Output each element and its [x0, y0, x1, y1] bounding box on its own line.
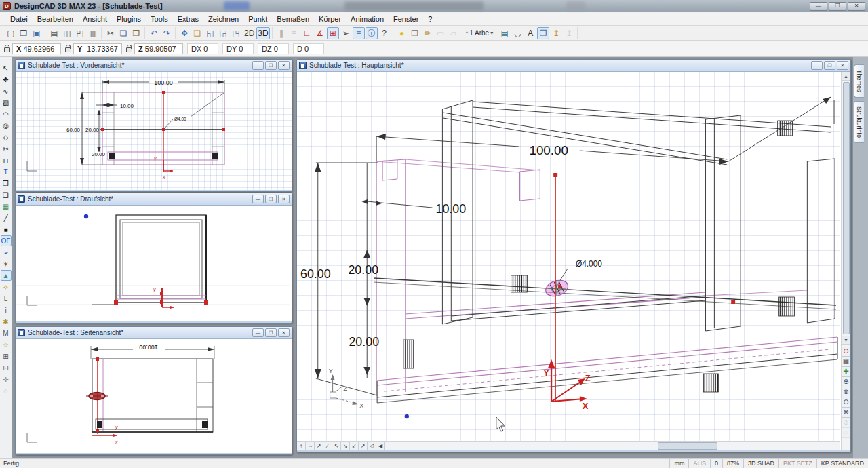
point-tool-i-icon[interactable]: i	[1, 305, 12, 315]
select-pointer-icon[interactable]: ➢	[340, 27, 352, 39]
snap-angle-icon[interactable]: ∡	[314, 27, 326, 39]
seitenansicht-titlebar[interactable]: Schublade-Test : Seitenansicht* —❐✕	[16, 327, 292, 339]
menu-item[interactable]: Zeichnen	[203, 14, 243, 24]
menu-item[interactable]: Plugins	[112, 14, 146, 24]
select-tool-icon[interactable]: ↖	[1, 62, 12, 73]
circle2-tool-icon[interactable]: ◌	[1, 385, 12, 396]
move-tool-icon[interactable]: ✥	[1, 74, 12, 85]
menu-item[interactable]: Bearbeiten	[33, 14, 78, 24]
point-tool-L-icon[interactable]: L	[1, 293, 12, 304]
copy-icon[interactable]: ❏	[117, 27, 130, 39]
clamp-tool-icon[interactable]: ⊓	[1, 155, 12, 165]
restore-button[interactable]: ❐	[829, 2, 846, 11]
view-up-button[interactable]: ↑	[297, 442, 306, 450]
snap-grid-icon[interactable]: ⊞	[327, 27, 339, 39]
menu-item[interactable]: Körper	[314, 14, 346, 24]
menu-item[interactable]: Extras	[173, 14, 203, 24]
draufsicht-canvas[interactable]: y	[16, 206, 292, 321]
restore-button[interactable]: ❐	[824, 61, 835, 70]
horizontal-scroll-thumb[interactable]	[658, 442, 717, 450]
grid-tool-icon[interactable]: ⊞	[1, 351, 12, 362]
scroll-left-button[interactable]: ◀	[376, 442, 385, 450]
d-field[interactable]: D 0	[293, 43, 324, 54]
hauptansicht-titlebar[interactable]: Schublade-Test : Hauptansicht* —❐✕	[297, 60, 850, 72]
duplicate-icon[interactable]: ❐	[537, 27, 549, 39]
paste-icon[interactable]: ❒	[130, 27, 142, 39]
restore-button[interactable]: ❐	[265, 195, 277, 203]
close-button[interactable]: ✕	[278, 195, 290, 203]
open-file-icon[interactable]: ❒	[18, 27, 30, 39]
view-prev-button[interactable]: ◁	[368, 442, 376, 450]
lock-icon[interactable]	[126, 47, 132, 52]
zoom-window-button[interactable]: ⊚	[842, 387, 851, 397]
zoom-ext-button[interactable]: ◌	[842, 428, 851, 438]
minimize-button[interactable]: —	[811, 61, 823, 70]
view-window-1-icon[interactable]: ◱	[204, 27, 216, 39]
view-window-3-icon[interactable]: ◳	[230, 27, 242, 39]
print-preview-icon[interactable]: ◰	[74, 27, 86, 39]
zoom-origin-button[interactable]: ⊙	[842, 347, 851, 357]
minimize-button[interactable]: —	[810, 2, 827, 11]
zoom-prev-button[interactable]: ⊘	[842, 418, 851, 428]
mode-3d-button[interactable]: 3D	[256, 27, 269, 39]
trim-tool-icon[interactable]: ✂	[1, 143, 12, 154]
context-help-icon[interactable]: ?	[378, 27, 391, 39]
view-iso-ne-button[interactable]: ↗	[315, 442, 323, 450]
tab-strukturinfo[interactable]: Strukturinfo	[854, 101, 864, 143]
minimize-button[interactable]: —	[252, 328, 264, 337]
view-slash-button[interactable]: ∕	[323, 442, 332, 450]
hauptansicht-canvas[interactable]: 100.00 10.00 60.00 20.00 20.00 Ø4.000	[297, 72, 850, 450]
curve-tool-icon[interactable]: ∿	[1, 85, 12, 96]
close-button[interactable]: ✕	[278, 61, 290, 70]
window-hauptansicht[interactable]: Schublade-Test : Hauptansicht* —❐✕	[296, 59, 851, 452]
close-button[interactable]: ✕	[278, 328, 290, 337]
menu-item[interactable]: Tools	[146, 14, 173, 24]
z-coordinate-field[interactable]: Z 59.90507	[134, 43, 183, 54]
lock-icon[interactable]	[4, 47, 10, 52]
horizontal-scroll-track[interactable]	[385, 442, 840, 451]
horizontal-scrollbar[interactable]: ↑→↗∕↖↘↙↗◁◀	[297, 441, 840, 450]
pin-up-icon[interactable]: ↥	[550, 27, 562, 39]
view-iso-ne2-button[interactable]: ↗	[359, 442, 368, 450]
snap-point-icon[interactable]: ∟	[301, 27, 313, 39]
layers-icon[interactable]: ▤	[498, 27, 511, 39]
close-button[interactable]: ✕	[837, 61, 848, 70]
menu-item[interactable]: Animation	[346, 14, 389, 24]
page-setup-icon[interactable]: ▥	[87, 27, 99, 39]
new-file-icon[interactable]: ▢	[5, 27, 17, 39]
zoom-in-button[interactable]: ⊕	[842, 377, 851, 387]
scroll-down-button[interactable]: ▼	[842, 336, 851, 345]
undo-icon[interactable]: ↶	[148, 27, 160, 39]
menu-item[interactable]: Datei	[5, 14, 33, 24]
cut-icon[interactable]: ✂	[104, 27, 117, 39]
color-swatch-2[interactable]: ▱	[448, 27, 460, 39]
restore-button[interactable]: ❐	[265, 61, 277, 70]
vertical-scroll-thumb[interactable]	[843, 82, 850, 334]
material-box-icon[interactable]: ❒	[409, 27, 421, 39]
text-tool-icon[interactable]: T	[1, 166, 12, 177]
light-icon[interactable]: ●	[396, 27, 408, 39]
minimize-button[interactable]: —	[252, 195, 264, 203]
point-tool-M2-icon[interactable]: ☆	[1, 339, 12, 350]
pencil-icon[interactable]: ✏	[422, 27, 434, 39]
view-iso-se-button[interactable]: ↘	[341, 442, 350, 450]
point-tool-6-icon[interactable]: ✧	[1, 281, 12, 292]
vertical-scrollbar[interactable]: ▲ ▼ ⊙▦✚⊕⊚⊖⊗⊘◌	[841, 72, 850, 450]
mesh-tool-icon[interactable]: ▦	[1, 201, 12, 212]
scroll-up-button[interactable]: ▲	[842, 72, 851, 81]
dy-field[interactable]: DY 0	[222, 43, 254, 54]
zoom-out-button[interactable]: ⊖	[842, 397, 851, 408]
snap-list-icon[interactable]: ≡	[288, 27, 300, 39]
arc-tool-icon[interactable]: ◠	[1, 109, 12, 119]
export-icon[interactable]: ◫	[61, 27, 73, 39]
circle-tool-icon[interactable]: ◎	[1, 120, 12, 131]
pin-up-2-icon[interactable]: ↥	[563, 27, 575, 39]
zoom-fit-button[interactable]: ⊗	[842, 408, 851, 418]
parallel-icon[interactable]: ∥	[275, 27, 288, 39]
color-swatch-1[interactable]: ▭	[435, 27, 447, 39]
window-vorderansicht[interactable]: Schublade-Test : Vorderansicht* —❐✕ 100.…	[15, 59, 292, 192]
off-toggle-button[interactable]: OFF	[1, 235, 12, 246]
y-coordinate-field[interactable]: Y -13.73367	[73, 43, 122, 54]
group-tool-icon[interactable]: ❑	[1, 189, 12, 200]
polygon-tool-icon[interactable]: ◇	[1, 132, 12, 142]
